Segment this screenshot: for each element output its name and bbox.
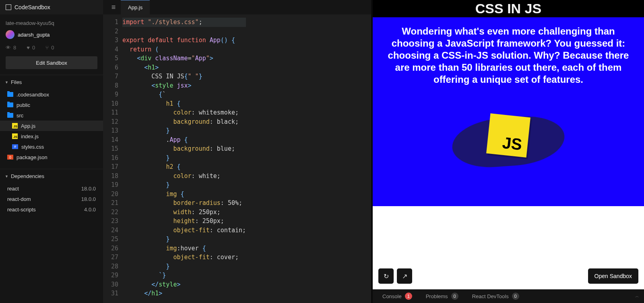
folder-icon (7, 113, 13, 118)
dep-name: react-dom (7, 196, 31, 202)
preview-pane: CSS IN JS Wondering what's even more cha… (373, 0, 644, 303)
tab-app-js[interactable]: App.js (121, 0, 150, 14)
file-name: public (17, 102, 30, 108)
hamburger-menu-button[interactable]: ≡ (106, 0, 121, 14)
folder-icon (7, 92, 13, 97)
editor-tab-bar: ≡ App.js (103, 0, 371, 14)
folder-icon (7, 102, 13, 107)
file-item-public[interactable]: public (0, 100, 103, 110)
line-number-gutter: 1234567891011121314151617181920212223242… (103, 14, 122, 303)
file-item-src[interactable]: src (0, 110, 103, 121)
file-name: src (17, 113, 23, 119)
file-tree: .codesandboxpublicsrcJSApp.jsJSindex.jss… (0, 89, 103, 162)
preview-title: CSS IN JS (373, 0, 644, 17)
sidebar: CodeSandbox late-meadow-kyuu5q adarsh_gu… (0, 0, 103, 303)
editor-pane: ≡ App.js 1234567891011121314151617181920… (103, 0, 373, 303)
dep-name: react (7, 186, 19, 192)
files-section-header[interactable]: ▼ Files (0, 75, 103, 89)
views-stat: 👁 8 (6, 45, 16, 51)
problems-tab[interactable]: Problems 0 (426, 293, 458, 300)
file-name: App.js (21, 123, 35, 129)
problems-badge: 0 (451, 293, 458, 300)
preview-image: JS (452, 118, 565, 166)
open-sandbox-button[interactable]: Open Sandbox (588, 268, 638, 284)
preview-frame: CSS IN JS Wondering what's even more cha… (373, 0, 644, 289)
project-name: late-meadow-kyuu5q (6, 20, 97, 26)
likes-stat: ♥ 0 (27, 45, 35, 51)
preview-body: Wondering what's even more challenging t… (373, 17, 644, 206)
file-item-App-js[interactable]: JSApp.js (0, 121, 103, 131)
console-tab[interactable]: Console 1 (382, 293, 412, 300)
js-file-icon: JS (12, 123, 18, 129)
project-info: late-meadow-kyuu5q adarsh_gupta 👁 8 ♥ 0 … (0, 14, 103, 75)
dependency-react-dom[interactable]: react-dom18.0.0 (0, 194, 103, 204)
file-name: styles.css (21, 144, 44, 150)
js-logo-icon: JS (486, 113, 530, 158)
expand-panel-button[interactable]: ︿ (635, 293, 639, 299)
preview-toolbar: ↻ ↗ Open Sandbox (378, 268, 638, 284)
edit-sandbox-button[interactable]: Edit Sandbox (6, 56, 97, 69)
file-item-package-json[interactable]: package.json (0, 152, 103, 162)
file-item-index-js[interactable]: JSindex.js (0, 131, 103, 141)
file-name: index.js (21, 133, 39, 139)
react-devtools-badge: 0 (512, 293, 519, 300)
react-devtools-tab[interactable]: React DevTools 0 (472, 293, 519, 300)
code-content[interactable]: import "./styles.css"; export default fu… (122, 14, 246, 303)
author-name: adarsh_gupta (18, 32, 50, 38)
file-name: .codesandbox (17, 92, 49, 98)
console-badge: 1 (405, 293, 412, 300)
eye-icon: 👁 (6, 45, 11, 51)
dep-version: 4.0.0 (84, 207, 96, 213)
heart-icon: ♥ (27, 45, 30, 51)
forks-stat: ⑂ 0 (45, 45, 54, 51)
codesandbox-logo-icon (6, 4, 11, 10)
chevron-down-icon: ▼ (5, 80, 8, 84)
dependency-list: react18.0.0react-dom18.0.0react-scripts4… (0, 183, 103, 215)
deps-section-header[interactable]: ▼ Dependencies (0, 169, 103, 183)
chevron-down-icon: ▼ (5, 174, 8, 178)
avatar-icon (6, 30, 14, 39)
file-item--codesandbox[interactable]: .codesandbox (0, 89, 103, 100)
rendered-app: CSS IN JS Wondering what's even more cha… (373, 0, 644, 206)
json-file-icon (7, 155, 13, 160)
dependency-react-scripts[interactable]: react-scripts4.0.0 (0, 204, 103, 215)
app-title: CodeSandbox (14, 4, 50, 10)
fork-icon: ⑂ (45, 45, 49, 51)
dep-version: 18.0.0 (81, 186, 96, 192)
external-link-icon: ↗ (402, 272, 407, 280)
author-row[interactable]: adarsh_gupta (6, 30, 97, 39)
dep-version: 18.0.0 (81, 196, 96, 202)
app-header: CodeSandbox (0, 0, 103, 14)
refresh-icon: ↻ (384, 272, 389, 280)
file-item-styles-css[interactable]: styles.css (0, 141, 103, 152)
dependency-react[interactable]: react18.0.0 (0, 183, 103, 194)
file-name: package.json (17, 154, 47, 160)
dep-name: react-scripts (7, 207, 36, 213)
refresh-button[interactable]: ↻ (378, 268, 394, 284)
stats: 👁 8 ♥ 0 ⑂ 0 (6, 45, 97, 51)
js-file-icon: JS (12, 133, 18, 139)
preview-paragraph: Wondering what's even more challenging t… (385, 25, 632, 86)
bottom-panel-tabs: Console 1 Problems 0 React DevTools 0 ︿ (373, 289, 644, 303)
code-editor[interactable]: 1234567891011121314151617181920212223242… (103, 14, 371, 303)
css-file-icon (12, 144, 18, 149)
open-new-window-button[interactable]: ↗ (397, 268, 412, 284)
